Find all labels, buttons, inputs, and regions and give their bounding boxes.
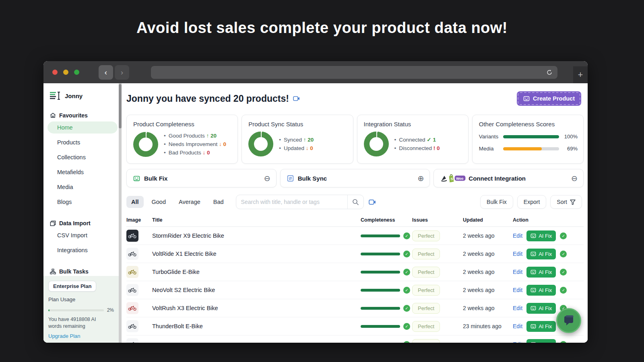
completeness-bar: [361, 325, 400, 328]
check-circle-icon: ✓: [560, 269, 567, 276]
bulk-sync-icon: [287, 175, 294, 182]
check-circle-icon: ✓: [403, 251, 410, 257]
minimize-window-button[interactable]: [63, 70, 68, 75]
check-circle-icon: ✓: [403, 269, 410, 276]
column-header: Completeness: [361, 217, 412, 223]
edit-link[interactable]: Edit: [513, 287, 522, 293]
table-row: TurboGlide E-Bike ✓ Perfect 2 weeks ago …: [126, 263, 584, 281]
sidebar-item[interactable]: Metafields: [47, 166, 118, 178]
check-circle-icon: ✓: [560, 251, 567, 257]
sidebar-item[interactable]: Collections: [47, 151, 118, 163]
integration-donut-chart: [364, 132, 389, 156]
issue-badge: Perfect: [412, 303, 440, 314]
ai-fix-button[interactable]: AI Fix: [526, 285, 556, 296]
filter-tab[interactable]: Good: [147, 196, 171, 208]
expand-icon[interactable]: ⊕: [417, 175, 424, 182]
edit-link[interactable]: Edit: [513, 305, 522, 311]
table-row: StormRider X9 Electric Bike ✓ Perfect 2 …: [126, 227, 584, 245]
score-row: Media 69%: [479, 146, 578, 152]
issue-badge: Perfect: [412, 230, 440, 241]
upgrade-plan-link[interactable]: Upgrade Plan: [48, 333, 114, 339]
plan-panel: Enterprise Plan Plan Usage 2% You have 4…: [43, 276, 119, 343]
collapse-icon[interactable]: ⊖: [264, 175, 270, 182]
edit-link[interactable]: Edit: [513, 323, 522, 329]
video-tutorial-icon[interactable]: [293, 95, 300, 102]
check-circle-icon: ✓: [403, 287, 410, 294]
close-window-button[interactable]: [52, 70, 58, 75]
video-tutorial-icon[interactable]: [369, 199, 376, 206]
collapse-icon[interactable]: ⊖: [571, 175, 578, 182]
completeness-cell: ✓: [361, 323, 412, 330]
sidebar-item[interactable]: Products: [47, 136, 118, 148]
product-thumbnail: [126, 320, 138, 332]
bike-image: [128, 323, 137, 329]
data-import-section: Data Import: [43, 220, 122, 226]
woocommerce-icon: Woo: [454, 175, 466, 182]
connect-integration-card[interactable]: S Woo Connect Integration ⊖: [433, 169, 584, 187]
product-table: StormRider X9 Electric Bike ✓ Perfect 2 …: [126, 227, 584, 343]
main-content: Jonny you have synced 20 products! Creat…: [122, 83, 588, 343]
ai-fix-button[interactable]: AI Fix: [526, 249, 556, 259]
ai-fix-button[interactable]: AI Fix: [526, 321, 556, 332]
search-input[interactable]: [236, 199, 347, 205]
chat-widget-button[interactable]: [556, 308, 581, 333]
page-title: Jonny you have synced 20 products!: [126, 93, 289, 104]
edit-link[interactable]: Edit: [513, 232, 522, 239]
sidebar-item[interactable]: Home: [47, 121, 118, 134]
bike-image: [128, 269, 137, 275]
check-circle-icon: ✓: [403, 232, 410, 239]
plan-badge: Enterprise Plan: [48, 281, 96, 292]
search-button[interactable]: [347, 195, 363, 209]
sync-donut-chart: [248, 132, 273, 156]
sidebar-item[interactable]: Media: [47, 181, 118, 193]
bulk-fix-button[interactable]: Bulk Fix: [480, 195, 513, 209]
edit-link[interactable]: Edit: [513, 269, 522, 275]
column-header: Updated: [463, 217, 513, 223]
page-headline: Avoid lost sales complete your product d…: [0, 19, 644, 37]
filter-tab[interactable]: Average: [174, 196, 205, 208]
product-thumbnail: [126, 266, 138, 278]
create-product-button[interactable]: Create Product: [517, 91, 581, 106]
reload-icon[interactable]: [546, 69, 553, 76]
stat-item: Bad Products ↓ 0: [164, 148, 226, 157]
traffic-lights: [52, 70, 79, 75]
robot-icon: [530, 251, 536, 257]
ai-fix-button[interactable]: AI Fix: [526, 339, 556, 343]
browser-back-button[interactable]: ‹: [99, 65, 113, 80]
table-row: VoltRush X3 Electric Bike ✓ Perfect 2 we…: [126, 299, 584, 317]
product-thumbnail: [126, 230, 138, 242]
bike-image: [128, 305, 137, 311]
sidebar-scrollbar[interactable]: [119, 83, 122, 343]
bulk-sync-card[interactable]: Bulk Sync ⊕: [280, 169, 430, 187]
completeness-cell: ✓: [361, 305, 412, 312]
sort-button[interactable]: Sort: [550, 195, 582, 209]
filter-tab[interactable]: All: [126, 196, 144, 208]
home-icon: [50, 113, 56, 118]
maximize-window-button[interactable]: [74, 70, 79, 75]
completeness-bar: [361, 307, 400, 310]
browser-forward-button[interactable]: ›: [115, 65, 129, 80]
updated-time: 2 weeks ago: [463, 251, 513, 257]
ai-fix-button[interactable]: AI Fix: [526, 303, 556, 314]
ai-fix-button[interactable]: AI Fix: [526, 230, 556, 241]
completeness-cell: ✓: [361, 341, 412, 343]
address-bar[interactable]: [151, 66, 557, 79]
updated-time: 2 weeks ago: [463, 287, 513, 293]
sidebar-item[interactable]: Integrations: [47, 244, 118, 256]
sidebar: Jonny Favourites Home Products Collectio…: [43, 83, 122, 343]
edit-link[interactable]: Edit: [513, 341, 522, 343]
check-circle-icon: ✓: [403, 305, 410, 312]
edit-link[interactable]: Edit: [513, 251, 522, 257]
app-logo-icon: [49, 91, 61, 100]
product-title: TurboGlide E-Bike: [152, 269, 361, 275]
column-header: Image: [126, 217, 152, 223]
new-tab-button[interactable]: +: [573, 66, 588, 83]
sidebar-item[interactable]: CSV Import: [47, 229, 118, 241]
card-product-completeness: Product Completeness Good Products ↑ 20 …: [126, 115, 238, 164]
bulk-fix-card[interactable]: Bulk Fix ⊖: [126, 169, 277, 187]
sidebar-item[interactable]: Blogs: [47, 196, 118, 208]
ai-fix-button[interactable]: AI Fix: [526, 267, 556, 278]
filter-tab[interactable]: Bad: [208, 196, 229, 208]
export-button[interactable]: Export: [517, 195, 546, 209]
check-circle-icon: ✓: [403, 323, 410, 330]
